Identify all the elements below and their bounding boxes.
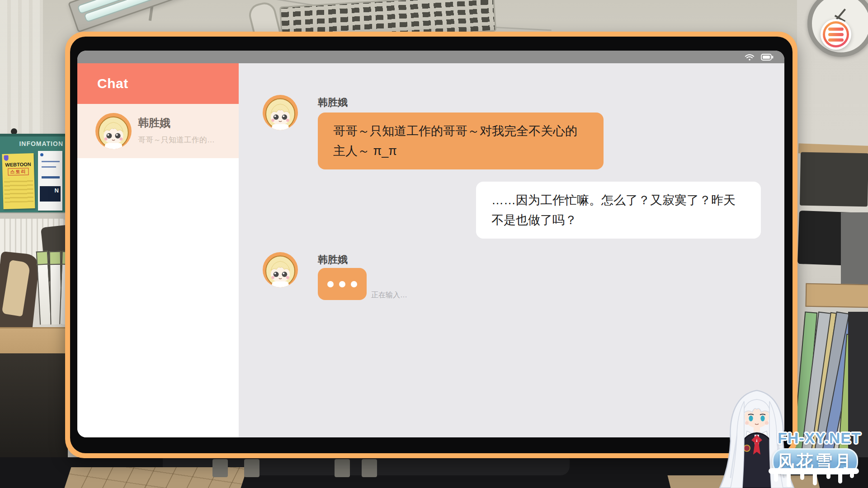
message-bubble: ……因为工作忙嘛。怎么了？又寂寞了？昨天 不是也做了吗？	[476, 182, 761, 239]
board-title: INFOMATION	[19, 140, 63, 147]
snow-drip	[813, 472, 817, 485]
poster-logo-dot	[40, 153, 43, 156]
chat-pane: 韩胜娥 哥哥～只知道工作的哥哥～对我完全不关心的 主人～ π_π ……因为工作忙…	[239, 63, 784, 437]
file-top	[49, 251, 61, 265]
bag-flap	[2, 260, 31, 317]
snow-drip	[787, 472, 791, 487]
poster-title: WEBTOON	[4, 161, 33, 168]
hamburger-bar	[828, 38, 844, 42]
message-avatar[interactable]	[263, 252, 298, 287]
battery-icon	[761, 54, 774, 61]
contact-item[interactable]: 韩胜娥 哥哥～只知道工作的…	[77, 104, 239, 158]
message-bubble: 哥哥～只知道工作的哥哥～对我完全不关心的 主人～ π_π	[318, 113, 604, 169]
typing-label: 正在输入…	[371, 291, 407, 300]
tablet-frame: Chat 韩胜娥 哥哥～只知道工作的… 韩胜娥 哥哥～只知道工作的哥哥～对我完全…	[65, 32, 797, 458]
poster-line	[42, 176, 60, 178]
poster-text-lines	[4, 178, 33, 203]
chair-foot	[212, 459, 228, 477]
watermark-site: FH-XY.NET	[778, 429, 861, 447]
chat-app: Chat 韩胜娥 哥哥～只知道工作的… 韩胜娥 哥哥～只知道工作的哥哥～对我完全…	[77, 63, 784, 437]
hamburger-icon	[825, 23, 847, 45]
shield-icon	[4, 155, 8, 161]
hamburger-bar	[828, 28, 844, 31]
contact-avatar[interactable]	[95, 113, 132, 149]
dark-box	[800, 152, 868, 207]
typing-dot	[327, 281, 334, 287]
watermark: FH-XY.NET 风花雪月	[710, 384, 868, 488]
menu-button[interactable]	[821, 19, 851, 50]
snow-drip	[800, 472, 804, 480]
snow-drip	[774, 472, 778, 482]
chair-foot	[362, 459, 377, 477]
typing-indicator	[318, 268, 367, 300]
window-light	[0, 0, 43, 149]
typing-dot	[351, 281, 357, 287]
poster-line	[42, 166, 56, 168]
snow-drip	[850, 472, 854, 478]
tablet-bezel: Chat 韩胜娥 哥哥～只知道工作的… 韩胜娥 哥哥～只知道工作的哥哥～对我完全…	[70, 37, 793, 453]
snow-drip	[838, 472, 842, 483]
poster-line	[42, 161, 60, 162]
message-sender: 韩胜娥	[318, 253, 348, 267]
snow-drip	[826, 472, 830, 479]
desk	[0, 327, 68, 357]
status-bar	[77, 51, 784, 63]
file-top	[36, 251, 49, 265]
message-avatar[interactable]	[263, 95, 298, 130]
webtoon-poster: WEBTOON 스토리	[2, 153, 35, 209]
contact-name: 韩胜娥	[138, 116, 170, 130]
wifi-icon	[745, 53, 755, 61]
message-sender: 韩胜娥	[318, 96, 348, 109]
info-poster: N	[38, 151, 62, 211]
bulletin-board: INFOMATION WEBTOON 스토리 N	[0, 134, 66, 216]
contact-preview: 哥哥～只知道工作的…	[138, 135, 215, 145]
tablet-screen: Chat 韩胜娥 哥哥～只知道工作的… 韩胜娥 哥哥～只知道工作的哥哥～对我完全…	[77, 51, 784, 437]
chair-foot	[244, 459, 259, 477]
typing-dot	[339, 281, 345, 287]
sidebar-header: Chat	[77, 63, 239, 104]
poster-block: N	[40, 186, 61, 202]
poster-subtitle: 스토리	[8, 168, 28, 175]
menu-ring	[823, 21, 849, 47]
chair-foot	[335, 459, 350, 477]
hamburger-bar	[828, 33, 844, 36]
book-stack	[806, 283, 868, 308]
sidebar: Chat 韩胜娥 哥哥～只知道工作的…	[77, 63, 239, 437]
